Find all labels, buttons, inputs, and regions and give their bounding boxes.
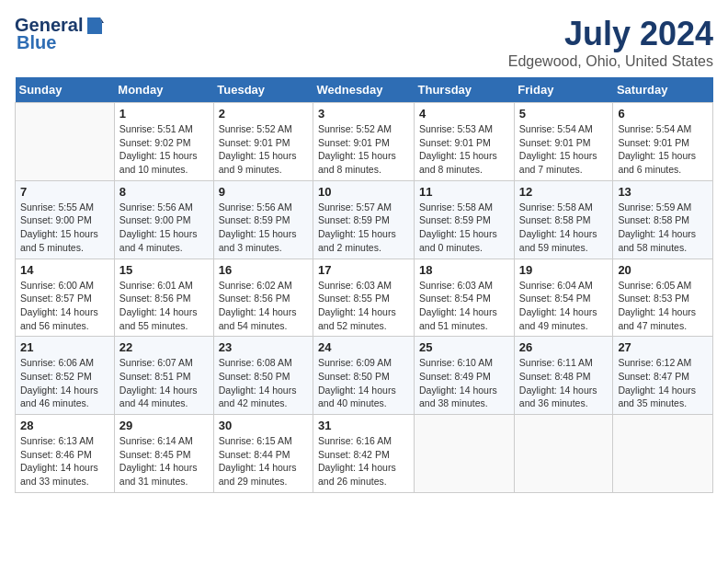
calendar-cell: 16Sunrise: 6:02 AMSunset: 8:56 PMDayligh…: [213, 259, 313, 337]
day-info: Sunrise: 6:03 AMSunset: 8:55 PMDaylight:…: [318, 279, 409, 333]
day-info: Sunrise: 5:54 AMSunset: 9:01 PMDaylight:…: [618, 122, 708, 177]
day-header-wednesday: Wednesday: [313, 77, 415, 103]
page-header: General Blue July 2024 Edgewood, Ohio, U…: [15, 15, 713, 70]
calendar-week-row: 7Sunrise: 5:55 AMSunset: 9:00 PMDaylight…: [16, 180, 713, 259]
calendar-cell: [415, 415, 515, 493]
calendar-cell: 15Sunrise: 6:01 AMSunset: 8:56 PMDayligh…: [114, 259, 213, 337]
day-number: 6: [618, 107, 708, 121]
calendar-cell: 13Sunrise: 5:59 AMSunset: 8:58 PMDayligh…: [613, 180, 713, 259]
calendar-cell: 27Sunrise: 6:12 AMSunset: 8:47 PMDayligh…: [613, 337, 713, 415]
day-number: 14: [20, 263, 109, 277]
calendar-cell: 5Sunrise: 5:54 AMSunset: 9:01 PMDaylight…: [514, 103, 613, 181]
calendar-week-row: 28Sunrise: 6:13 AMSunset: 8:46 PMDayligh…: [16, 415, 713, 493]
day-info: Sunrise: 6:01 AMSunset: 8:56 PMDaylight:…: [119, 279, 209, 333]
calendar-cell: 4Sunrise: 5:53 AMSunset: 9:01 PMDaylight…: [415, 103, 515, 181]
day-number: 15: [119, 263, 209, 277]
calendar-week-row: 14Sunrise: 6:00 AMSunset: 8:57 PMDayligh…: [16, 259, 713, 337]
day-info: Sunrise: 5:56 AMSunset: 8:59 PMDaylight:…: [219, 201, 308, 255]
day-info: Sunrise: 6:14 AMSunset: 8:45 PMDaylight:…: [119, 434, 209, 488]
calendar-cell: 18Sunrise: 6:03 AMSunset: 8:54 PMDayligh…: [415, 259, 515, 337]
calendar-cell: 30Sunrise: 6:15 AMSunset: 8:44 PMDayligh…: [213, 415, 313, 493]
day-number: 4: [419, 107, 509, 121]
day-number: 13: [618, 185, 708, 199]
day-number: 17: [318, 263, 409, 277]
day-info: Sunrise: 5:58 AMSunset: 8:58 PMDaylight:…: [519, 201, 609, 255]
calendar-cell: 17Sunrise: 6:03 AMSunset: 8:55 PMDayligh…: [313, 259, 415, 337]
calendar-cell: [613, 415, 713, 493]
calendar-cell: 31Sunrise: 6:16 AMSunset: 8:42 PMDayligh…: [313, 415, 415, 493]
day-number: 12: [519, 185, 609, 199]
day-number: 10: [318, 185, 409, 199]
day-info: Sunrise: 6:15 AMSunset: 8:44 PMDaylight:…: [219, 434, 308, 488]
day-number: 25: [419, 340, 509, 354]
day-number: 29: [119, 419, 209, 432]
calendar-cell: 1Sunrise: 5:51 AMSunset: 9:02 PMDaylight…: [114, 103, 213, 181]
calendar-table: SundayMondayTuesdayWednesdayThursdayFrid…: [15, 77, 713, 493]
calendar-header-row: SundayMondayTuesdayWednesdayThursdayFrid…: [16, 77, 713, 103]
calendar-week-row: 21Sunrise: 6:06 AMSunset: 8:52 PMDayligh…: [16, 337, 713, 415]
day-number: 27: [618, 340, 708, 354]
calendar-cell: 23Sunrise: 6:08 AMSunset: 8:50 PMDayligh…: [213, 337, 313, 415]
calendar-cell: 6Sunrise: 5:54 AMSunset: 9:01 PMDaylight…: [613, 103, 713, 181]
logo-blue: Blue: [17, 32, 56, 53]
calendar-cell: 28Sunrise: 6:13 AMSunset: 8:46 PMDayligh…: [16, 415, 115, 493]
day-number: 16: [219, 263, 308, 277]
calendar-cell: 2Sunrise: 5:52 AMSunset: 9:01 PMDaylight…: [213, 103, 313, 181]
day-number: 24: [318, 340, 409, 354]
logo-icon: [84, 16, 104, 36]
day-number: 5: [519, 107, 609, 121]
day-number: 19: [519, 263, 609, 277]
day-number: 8: [119, 185, 209, 199]
calendar-cell: 8Sunrise: 5:56 AMSunset: 9:00 PMDaylight…: [114, 180, 213, 259]
day-info: Sunrise: 6:16 AMSunset: 8:42 PMDaylight:…: [318, 434, 409, 488]
day-info: Sunrise: 6:09 AMSunset: 8:50 PMDaylight:…: [318, 356, 409, 410]
svg-marker-0: [87, 17, 102, 34]
calendar-cell: 21Sunrise: 6:06 AMSunset: 8:52 PMDayligh…: [16, 337, 115, 415]
calendar-week-row: 1Sunrise: 5:51 AMSunset: 9:02 PMDaylight…: [16, 103, 713, 181]
day-info: Sunrise: 5:54 AMSunset: 9:01 PMDaylight:…: [519, 122, 609, 177]
day-number: 23: [219, 340, 308, 354]
day-info: Sunrise: 5:55 AMSunset: 9:00 PMDaylight:…: [20, 201, 109, 255]
day-header-friday: Friday: [514, 77, 613, 103]
calendar-cell: 22Sunrise: 6:07 AMSunset: 8:51 PMDayligh…: [114, 337, 213, 415]
title-block: July 2024 Edgewood, Ohio, United States: [508, 15, 713, 70]
calendar-cell: [514, 415, 613, 493]
day-info: Sunrise: 5:56 AMSunset: 9:00 PMDaylight:…: [119, 201, 209, 255]
calendar-cell: 10Sunrise: 5:57 AMSunset: 8:59 PMDayligh…: [313, 180, 415, 259]
calendar-cell: 11Sunrise: 5:58 AMSunset: 8:59 PMDayligh…: [415, 180, 515, 259]
day-number: 26: [519, 340, 609, 354]
day-info: Sunrise: 6:12 AMSunset: 8:47 PMDaylight:…: [618, 356, 708, 410]
day-info: Sunrise: 5:53 AMSunset: 9:01 PMDaylight:…: [419, 122, 509, 177]
day-info: Sunrise: 6:03 AMSunset: 8:54 PMDaylight:…: [419, 279, 509, 333]
calendar-cell: 19Sunrise: 6:04 AMSunset: 8:54 PMDayligh…: [514, 259, 613, 337]
calendar-cell: 12Sunrise: 5:58 AMSunset: 8:58 PMDayligh…: [514, 180, 613, 259]
day-header-tuesday: Tuesday: [213, 77, 313, 103]
page-subtitle: Edgewood, Ohio, United States: [508, 53, 713, 70]
day-header-monday: Monday: [114, 77, 213, 103]
calendar-cell: 7Sunrise: 5:55 AMSunset: 9:00 PMDaylight…: [16, 180, 115, 259]
calendar-cell: 24Sunrise: 6:09 AMSunset: 8:50 PMDayligh…: [313, 337, 415, 415]
day-info: Sunrise: 6:00 AMSunset: 8:57 PMDaylight:…: [20, 279, 109, 333]
day-number: 30: [219, 419, 308, 432]
day-number: 7: [20, 185, 109, 199]
calendar-cell: 3Sunrise: 5:52 AMSunset: 9:01 PMDaylight…: [313, 103, 415, 181]
day-info: Sunrise: 6:08 AMSunset: 8:50 PMDaylight:…: [219, 356, 308, 410]
calendar-cell: 29Sunrise: 6:14 AMSunset: 8:45 PMDayligh…: [114, 415, 213, 493]
day-header-thursday: Thursday: [415, 77, 515, 103]
day-number: 3: [318, 107, 409, 121]
day-number: 9: [219, 185, 308, 199]
day-number: 22: [119, 340, 209, 354]
day-info: Sunrise: 6:06 AMSunset: 8:52 PMDaylight:…: [20, 356, 109, 410]
day-number: 21: [20, 340, 109, 354]
day-number: 31: [318, 419, 409, 432]
day-info: Sunrise: 6:13 AMSunset: 8:46 PMDaylight:…: [20, 434, 109, 488]
calendar-cell: 9Sunrise: 5:56 AMSunset: 8:59 PMDaylight…: [213, 180, 313, 259]
day-number: 28: [20, 419, 109, 432]
day-info: Sunrise: 6:04 AMSunset: 8:54 PMDaylight:…: [519, 279, 609, 333]
logo: General Blue: [15, 15, 104, 53]
day-info: Sunrise: 5:57 AMSunset: 8:59 PMDaylight:…: [318, 201, 409, 255]
day-header-sunday: Sunday: [16, 77, 115, 103]
day-info: Sunrise: 5:52 AMSunset: 9:01 PMDaylight:…: [318, 122, 409, 177]
day-header-saturday: Saturday: [613, 77, 713, 103]
day-info: Sunrise: 6:05 AMSunset: 8:53 PMDaylight:…: [618, 279, 708, 333]
